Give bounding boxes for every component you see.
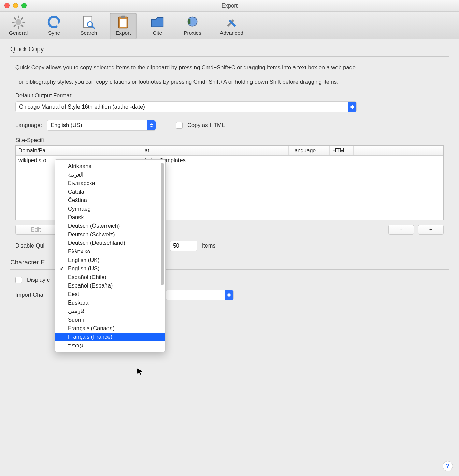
default-output-format-select[interactable]: Chicago Manual of Style 16th edition (au… <box>15 101 357 112</box>
language-option[interactable]: Català <box>55 187 165 196</box>
import-charset-select[interactable] <box>166 290 234 300</box>
select-value: English (US) <box>51 122 82 128</box>
clipboard-icon <box>115 14 131 30</box>
preferences-toolbar: General Sync Search Export Cite Proxies … <box>0 12 459 39</box>
language-option[interactable]: Čeština <box>55 196 165 205</box>
svg-point-0 <box>15 19 21 25</box>
chevron-updown-icon <box>147 120 156 130</box>
svg-rect-15 <box>121 16 126 18</box>
language-option[interactable]: Deutsch (Deutschland) <box>55 239 165 247</box>
divider <box>10 56 449 57</box>
language-option[interactable]: English (US) <box>55 264 165 273</box>
column-language[interactable]: Language <box>289 146 330 155</box>
table-header: Domain/Pa at Language HTML <box>16 146 443 156</box>
select-value: Chicago Manual of Style 16th edition (au… <box>19 103 145 110</box>
remove-button[interactable]: - <box>388 225 414 235</box>
language-option[interactable]: Eesti <box>55 290 165 298</box>
tab-cite[interactable]: Cite <box>144 13 171 39</box>
column-format[interactable]: at <box>142 146 289 155</box>
svg-rect-14 <box>120 19 127 27</box>
tab-general[interactable]: General <box>3 13 33 39</box>
display-option-label: Display c <box>27 277 50 283</box>
tab-label: Cite <box>153 30 162 36</box>
language-option[interactable]: فارسی <box>55 307 165 316</box>
cell-html <box>330 156 354 165</box>
language-option[interactable]: Deutsch (Schweiz) <box>55 230 165 239</box>
tab-label: Proxies <box>184 30 201 36</box>
display-checkbox[interactable] <box>15 277 22 283</box>
tab-label: Export <box>116 30 131 36</box>
copy-as-html-label: Copy as HTML <box>187 122 225 128</box>
language-option[interactable]: Français (Canada) <box>55 324 165 333</box>
mouse-cursor-icon <box>136 366 144 377</box>
language-option[interactable]: Français (France) <box>55 333 165 341</box>
tab-sync[interactable]: Sync <box>41 13 67 39</box>
search-doc-icon <box>81 14 97 30</box>
language-option[interactable]: Ελληνικά <box>55 247 165 256</box>
language-option[interactable]: Suomi <box>55 316 165 324</box>
language-option[interactable]: Afrikaans <box>55 162 165 170</box>
column-domain[interactable]: Domain/Pa <box>16 146 142 155</box>
language-dropdown[interactable]: AfrikaansالعربيةБългарскиCatalàČeštinaCy… <box>55 159 166 352</box>
cell-language <box>289 156 330 165</box>
gear-icon <box>11 14 26 30</box>
tab-label: Sync <box>48 30 60 36</box>
svg-rect-17 <box>188 19 191 24</box>
svg-line-8 <box>14 25 16 27</box>
language-option[interactable]: Español (Chile) <box>55 273 165 281</box>
section-quick-copy: Quick Copy <box>10 45 449 54</box>
tools-icon <box>224 14 239 30</box>
column-html[interactable]: HTML <box>330 146 354 155</box>
language-label: Language: <box>15 122 42 128</box>
svg-line-7 <box>21 18 23 20</box>
language-option[interactable]: Deutsch (Österreich) <box>55 222 165 230</box>
tab-export[interactable]: Export <box>110 13 137 39</box>
tab-proxies[interactable]: Proxies <box>178 13 207 39</box>
language-select[interactable]: English (US) <box>47 120 156 131</box>
chevron-updown-icon <box>348 102 356 112</box>
window-title: Export <box>0 2 459 9</box>
sync-icon <box>46 14 62 30</box>
globe-icon <box>185 14 200 30</box>
tab-label: General <box>9 30 28 36</box>
site-specific-heading: Site-Specifi <box>15 137 444 143</box>
default-output-format-label: Default Output Format: <box>15 92 444 99</box>
chevron-updown-icon <box>225 290 233 300</box>
language-option[interactable]: עברית <box>55 341 165 350</box>
tab-label: Advanced <box>220 30 243 36</box>
language-option[interactable]: Euskara <box>55 298 165 307</box>
help-button[interactable]: ? <box>443 461 453 471</box>
titlebar: Export <box>0 0 459 12</box>
quick-copy-description-1: Quick Copy allows you to copy selected i… <box>15 64 444 72</box>
disable-threshold-input[interactable] <box>170 241 197 251</box>
svg-line-5 <box>14 18 16 20</box>
copy-as-html-checkbox[interactable] <box>176 122 183 129</box>
quick-copy-description-2: For bibliography styles, you can copy ci… <box>15 78 444 86</box>
tab-search[interactable]: Search <box>75 13 102 39</box>
items-label: items <box>202 242 215 249</box>
disable-quick-copy-label: Disable Qui <box>15 242 44 249</box>
import-charset-label: Import Cha <box>15 292 43 298</box>
language-option[interactable]: Български <box>55 179 165 187</box>
edit-button[interactable]: Edit <box>15 225 56 235</box>
add-button[interactable]: + <box>418 225 444 235</box>
language-option[interactable]: English (UK) <box>55 256 165 264</box>
language-option[interactable]: العربية <box>55 170 165 179</box>
language-option[interactable]: Cymraeg <box>55 205 165 213</box>
svg-line-12 <box>92 26 95 29</box>
tab-label: Search <box>80 30 97 36</box>
folder-icon <box>149 14 165 30</box>
svg-line-6 <box>21 25 23 27</box>
tab-advanced[interactable]: Advanced <box>214 13 249 39</box>
language-option[interactable]: Español (España) <box>55 281 165 290</box>
language-option[interactable]: Dansk <box>55 213 165 222</box>
